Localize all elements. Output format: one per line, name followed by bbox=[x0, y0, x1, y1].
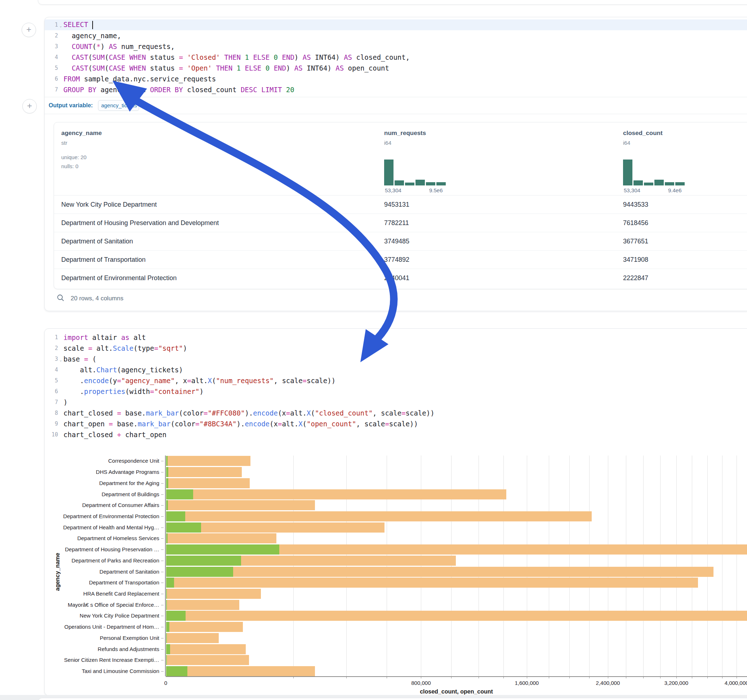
table-cell: Department of Sanitation bbox=[61, 232, 133, 250]
column-type: i64 bbox=[384, 140, 391, 146]
code-text: .properties(width="container") bbox=[64, 388, 204, 395]
sql-cell: 1⌄SELECT 2 agency_name,3 COUNT(*) AS num… bbox=[44, 17, 747, 311]
code-line[interactable]: 6 .properties(width="container") bbox=[45, 386, 747, 397]
histogram-bar bbox=[416, 180, 425, 186]
code-text: chart_open = base.mark_bar(color="#8BC34… bbox=[64, 420, 418, 428]
column-type: i64 bbox=[623, 140, 630, 146]
code-line[interactable]: 8chart_closed = base.mark_bar(color="#FF… bbox=[45, 407, 747, 418]
fold-caret-icon[interactable]: ⌄ bbox=[58, 22, 64, 28]
code-line[interactable]: 9chart_open = base.mark_bar(color="#8BC3… bbox=[45, 418, 747, 429]
column-header[interactable]: num_requests bbox=[384, 130, 426, 137]
histogram-bar bbox=[634, 180, 643, 186]
add-cell-button-top[interactable]: + bbox=[22, 23, 36, 37]
code-line[interactable]: 6FROM sample_data.nyc.service_requests bbox=[45, 74, 747, 84]
column-header[interactable]: agency_name bbox=[61, 130, 101, 137]
table-cell: 2240041 bbox=[384, 269, 409, 287]
table-cell: 9443533 bbox=[623, 196, 648, 214]
fold-caret-empty bbox=[58, 337, 64, 338]
table-cell: 9453131 bbox=[384, 196, 409, 214]
table-footer: 20 rows, 4 columns bbox=[45, 290, 747, 308]
code-text: CAST(SUM(CASE WHEN status = 'Open' THEN … bbox=[64, 64, 389, 72]
code-line[interactable]: 5 .encode(y="agency_name", x=alt.X("num_… bbox=[45, 375, 747, 386]
code-text: chart_closed = base.mark_bar(color="#FFC… bbox=[64, 409, 435, 417]
code-text: ) bbox=[64, 398, 67, 406]
code-line[interactable]: 5 CAST(SUM(CASE WHEN status = 'Open' THE… bbox=[45, 63, 747, 74]
column-histogram bbox=[384, 158, 446, 186]
table-row[interactable]: Department of Environmental Protection22… bbox=[54, 269, 747, 287]
fold-caret-empty bbox=[58, 423, 64, 424]
histogram-bar bbox=[675, 182, 685, 186]
line-number: 7 bbox=[45, 86, 58, 93]
table-row[interactable]: Department of Sanitation37494853677651 bbox=[54, 232, 747, 250]
histogram-bar bbox=[623, 160, 632, 186]
output-variable-row: Output variable: agency_tickets bbox=[45, 97, 747, 114]
code-line[interactable]: 4 CAST(SUM(CASE WHEN status = 'Closed' T… bbox=[45, 52, 747, 63]
table-header: agency_namestrunique: 20nulls: 0num_requ… bbox=[54, 122, 747, 196]
code-line[interactable]: 1import altair as alt bbox=[45, 332, 747, 343]
code-line[interactable]: 2 agency_name, bbox=[45, 30, 747, 41]
line-number: 3 bbox=[45, 356, 58, 362]
code-line[interactable]: 10chart_closed + chart_open bbox=[45, 429, 747, 440]
code-line[interactable]: 4 alt.Chart(agency_tickets) bbox=[45, 364, 747, 375]
fold-caret-empty bbox=[58, 35, 64, 36]
line-number: 1 bbox=[45, 334, 58, 341]
hist-range-max: 9.4e6 bbox=[668, 187, 682, 193]
search-icon[interactable] bbox=[57, 294, 65, 303]
line-number: 2 bbox=[45, 345, 58, 352]
line-number: 6 bbox=[45, 75, 58, 82]
fold-caret-empty bbox=[58, 78, 64, 80]
table-cell: New York City Police Department bbox=[61, 196, 157, 214]
line-number: 8 bbox=[45, 410, 58, 416]
code-line[interactable]: 7GROUP BY agency_name ORDER BY closed_co… bbox=[45, 84, 747, 95]
code-text: import altair as alt bbox=[64, 333, 146, 341]
code-text: GROUP BY agency_name ORDER BY closed_cou… bbox=[64, 86, 295, 94]
table-row[interactable]: New York City Police Department945313194… bbox=[54, 196, 747, 214]
histogram-bar bbox=[665, 182, 674, 186]
fold-caret-empty bbox=[58, 347, 64, 349]
code-line[interactable]: 7) bbox=[45, 397, 747, 407]
column-type: str bbox=[61, 140, 67, 146]
fold-caret-icon[interactable]: ⌄ bbox=[58, 356, 64, 362]
hist-range-max: 9.5e6 bbox=[429, 187, 443, 193]
histogram-bar bbox=[436, 182, 446, 186]
code-line[interactable]: 2scale = alt.Scale(type="sqrt") bbox=[45, 343, 747, 354]
fold-caret-empty bbox=[58, 57, 64, 58]
sql-code-editor[interactable]: 1⌄SELECT 2 agency_name,3 COUNT(*) AS num… bbox=[45, 20, 747, 95]
code-text: base = ( bbox=[64, 355, 97, 363]
output-variable-pill[interactable]: agency_tickets bbox=[98, 100, 139, 111]
column-header[interactable]: closed_count bbox=[623, 130, 663, 137]
histogram-bar bbox=[395, 180, 404, 186]
python-code-editor[interactable]: 1import altair as alt2scale = alt.Scale(… bbox=[45, 332, 747, 440]
next-cell-edge bbox=[38, 698, 747, 700]
row-count-label: 20 rows, 4 columns bbox=[71, 295, 123, 302]
code-text: CAST(SUM(CASE WHEN status = 'Closed' THE… bbox=[64, 53, 410, 61]
table-row[interactable]: Department of Transportation377489234719… bbox=[54, 250, 747, 269]
table-cell: 7618456 bbox=[623, 214, 648, 232]
code-text: alt.Chart(agency_tickets) bbox=[64, 366, 183, 374]
line-number: 3 bbox=[45, 43, 58, 50]
code-line[interactable]: 3⌄base = ( bbox=[45, 354, 747, 364]
fold-caret-empty bbox=[58, 401, 64, 403]
code-text: agency_name, bbox=[64, 32, 121, 39]
fold-caret-empty bbox=[58, 67, 64, 69]
line-number: 2 bbox=[45, 32, 58, 39]
table-cell: Department of Housing Preservation and D… bbox=[61, 214, 219, 232]
add-cell-button-output[interactable]: + bbox=[22, 99, 37, 113]
fold-caret-empty bbox=[58, 380, 64, 381]
code-line[interactable]: 3 COUNT(*) AS num_requests, bbox=[45, 41, 747, 52]
histogram-bar bbox=[426, 182, 435, 186]
histogram-bar bbox=[384, 160, 393, 186]
code-text: scale = alt.Scale(type="sqrt") bbox=[64, 344, 187, 352]
table-cell: 7782211 bbox=[384, 214, 409, 232]
table-row[interactable]: Department of Housing Preservation and D… bbox=[54, 214, 747, 232]
fold-caret-empty bbox=[58, 391, 64, 392]
code-line[interactable]: 1⌄SELECT bbox=[45, 20, 747, 30]
divider bbox=[45, 114, 747, 114]
fold-caret-empty bbox=[58, 46, 64, 47]
notebook-page: { "ui": { "add_button_label": "+", "outp… bbox=[0, 0, 747, 700]
table-body: New York City Police Department945313194… bbox=[54, 196, 747, 287]
fold-caret-empty bbox=[58, 412, 64, 414]
code-text: COUNT(*) AS num_requests, bbox=[64, 42, 175, 50]
histogram-bar bbox=[644, 183, 653, 186]
table-cell: 3677651 bbox=[623, 232, 648, 250]
